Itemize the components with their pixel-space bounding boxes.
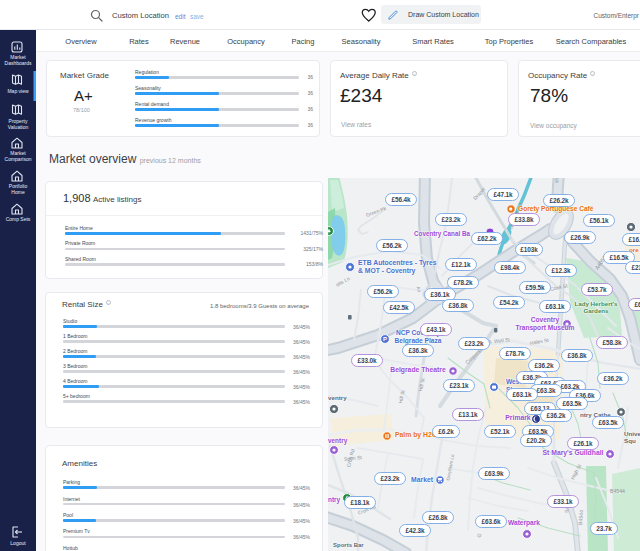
svg-text:P: P [383,336,387,342]
